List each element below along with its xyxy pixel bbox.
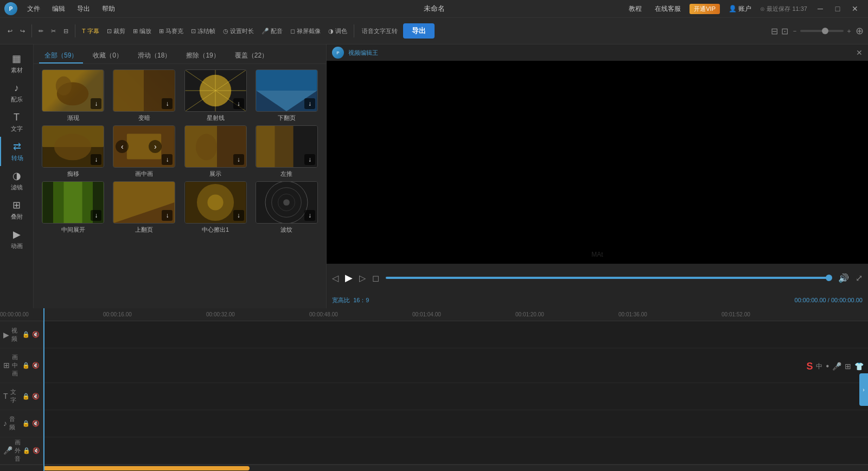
- sidebar-item-overlay[interactable]: ⊞ 叠附: [0, 195, 34, 225]
- download-btn-1[interactable]: ↓: [162, 98, 173, 109]
- zoom-out-icon[interactable]: －: [792, 27, 798, 36]
- sidebar-item-material[interactable]: ▦ 素材: [0, 49, 34, 78]
- timeline-playhead[interactable]: [43, 308, 44, 471]
- download-btn-6[interactable]: ↓: [233, 154, 244, 165]
- text-mute-icon[interactable]: 🔇: [32, 393, 40, 400]
- mosaic-button[interactable]: ⊞ 马赛克: [156, 25, 187, 37]
- speech-text-button[interactable]: 语音文字互转: [358, 25, 402, 37]
- tab-cover[interactable]: 覆盖（22）: [229, 49, 273, 63]
- tab-all[interactable]: 全部（59）: [39, 49, 83, 63]
- track-content-pip[interactable]: S 中 • 🎤 ⊞ 👕: [43, 348, 868, 383]
- audio-lock-icon[interactable]: 🔒: [22, 420, 30, 427]
- transition-item-3[interactable]: ↓ 下翻页: [253, 69, 321, 122]
- undo-button[interactable]: ↩: [4, 26, 16, 37]
- add-track-icon[interactable]: ⊕: [856, 25, 864, 37]
- transition-item-8[interactable]: ↓ 中间展开: [39, 181, 107, 234]
- delete-button[interactable]: ⊟: [60, 26, 72, 37]
- menu-edit[interactable]: 编辑: [47, 2, 71, 16]
- zoom-edit-button[interactable]: ⊞ 编放: [130, 25, 155, 37]
- transition-item-6[interactable]: ↓ 展示: [182, 125, 250, 178]
- track-content-voiceover[interactable]: [43, 437, 868, 464]
- voiceover-mute-icon[interactable]: 🔇: [33, 447, 40, 454]
- download-btn-7[interactable]: ↓: [304, 154, 315, 165]
- menu-file[interactable]: 文件: [22, 2, 46, 16]
- crop-button[interactable]: ⊡ 裁剪: [104, 25, 129, 37]
- sidebar-item-text[interactable]: T 文字: [0, 107, 34, 137]
- tab-fav[interactable]: 收藏（0）: [87, 49, 128, 63]
- pip-lock-icon[interactable]: 🔒: [22, 362, 30, 369]
- video-lock-icon[interactable]: 🔒: [22, 331, 30, 338]
- right-panel-toggle[interactable]: ›: [859, 373, 868, 406]
- sidebar-item-transition[interactable]: ⇄ 转场: [0, 137, 34, 166]
- transition-item-9[interactable]: ↓ 上翻页: [110, 181, 178, 234]
- brush-button[interactable]: ✏: [35, 26, 47, 37]
- transition-item-2[interactable]: ↓ 星射线: [182, 69, 250, 122]
- zoom-in-icon[interactable]: ＋: [846, 27, 852, 36]
- screenshot-button[interactable]: ◻ 禄屏截像: [287, 25, 324, 37]
- tab-wipe[interactable]: 擦除（19）: [181, 49, 225, 63]
- next-frame-btn[interactable]: ▷: [359, 273, 366, 283]
- sidebar-item-music[interactable]: ♪ 配乐: [0, 78, 34, 107]
- dub-button[interactable]: 🎤 配音: [258, 25, 286, 37]
- redo-button[interactable]: ↪: [17, 26, 28, 37]
- customer-service-btn[interactable]: 在线客服: [650, 3, 685, 15]
- menu-help[interactable]: 帮助: [97, 2, 120, 16]
- transition-thumb-11: ↓: [256, 181, 318, 224]
- freeze-button[interactable]: ⊡ 冻结帧: [188, 25, 219, 37]
- preview-close-btn[interactable]: ✕: [856, 48, 863, 57]
- transition-item-4[interactable]: ↓ 痴移: [39, 125, 107, 178]
- download-btn-4[interactable]: ↓: [91, 154, 101, 165]
- pip-mute-icon[interactable]: 🔇: [32, 362, 40, 369]
- video-mute-icon[interactable]: 🔇: [32, 331, 40, 338]
- fullscreen-btn[interactable]: ⤢: [856, 273, 863, 283]
- caption-button[interactable]: T 字幕: [79, 25, 103, 37]
- track-content-video[interactable]: [43, 321, 868, 348]
- play-btn[interactable]: ▶: [345, 272, 353, 284]
- export-button[interactable]: 导出: [403, 23, 435, 39]
- download-btn-2[interactable]: ↓: [233, 98, 244, 109]
- download-btn-3[interactable]: ↓: [304, 98, 315, 109]
- download-btn-5[interactable]: ↓: [162, 154, 173, 165]
- vip-button[interactable]: 开通VIP: [690, 4, 720, 14]
- cut-button[interactable]: ✂: [48, 26, 59, 37]
- download-btn-0[interactable]: ↓: [91, 98, 101, 109]
- text-lock-icon[interactable]: 🔒: [22, 393, 30, 400]
- transition-item-10[interactable]: ↓ 中心擦出1: [182, 181, 250, 234]
- voiceover-lock-icon[interactable]: 🔒: [23, 447, 30, 454]
- duration-button[interactable]: ◷ 设置时长: [220, 25, 257, 37]
- close-btn[interactable]: ✕: [846, 0, 864, 17]
- download-btn-11[interactable]: ↓: [304, 210, 315, 221]
- track-content-text[interactable]: [43, 383, 868, 410]
- scrollbar-thumb[interactable]: [43, 466, 250, 470]
- color-button[interactable]: ◑ 调色: [325, 25, 350, 37]
- preview-timeline-slider[interactable]: [386, 277, 832, 279]
- audio-mute-icon[interactable]: 🔇: [32, 420, 40, 427]
- layout-icon[interactable]: ⊟: [771, 26, 778, 36]
- stop-btn[interactable]: ◻: [372, 273, 379, 283]
- menu-export[interactable]: 导出: [72, 2, 95, 16]
- account-btn[interactable]: 👤 账户: [724, 3, 756, 15]
- zoom-slider[interactable]: [800, 30, 844, 32]
- tutorial-btn[interactable]: 教程: [624, 3, 646, 15]
- transition-item-5[interactable]: ‹ › ↓ 画中画: [110, 125, 178, 178]
- sidebar-item-filter[interactable]: ◑ 滤镜: [0, 166, 34, 195]
- transition-item-7[interactable]: ↓ 左推: [253, 125, 321, 178]
- download-btn-9[interactable]: ↓: [162, 210, 173, 221]
- sidebar-item-animation[interactable]: ▶ 动画: [0, 225, 34, 254]
- maximize-btn[interactable]: □: [829, 0, 846, 17]
- prev-frame-btn[interactable]: ◁: [332, 273, 339, 283]
- minimize-btn[interactable]: ─: [812, 0, 829, 17]
- track-content-audio[interactable]: [43, 410, 868, 437]
- nav-left-5[interactable]: ‹: [116, 140, 129, 153]
- nav-right-5[interactable]: ›: [149, 140, 162, 153]
- tab-slide[interactable]: 滑动（18）: [132, 49, 176, 63]
- app-logo: P: [2, 0, 20, 17]
- download-btn-8[interactable]: ↓: [91, 210, 101, 221]
- download-btn-10[interactable]: ↓: [233, 210, 244, 221]
- transition-item-11[interactable]: ↓ 波纹: [253, 181, 321, 234]
- timeline-scrollbar[interactable]: [0, 464, 868, 471]
- volume-btn[interactable]: 🔊: [838, 273, 849, 283]
- sticker-icon[interactable]: ⊡: [781, 26, 788, 36]
- transition-item-1[interactable]: ↓ 变暗: [110, 69, 178, 122]
- transition-item-0[interactable]: ↓ 渐现: [39, 69, 107, 122]
